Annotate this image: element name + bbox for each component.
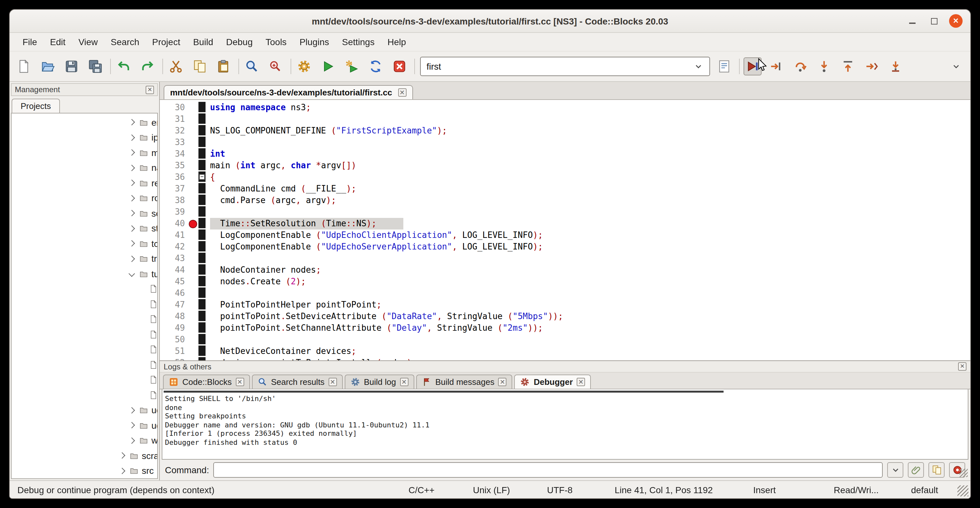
menu-help[interactable]: Help xyxy=(381,34,413,49)
fold-margin[interactable] xyxy=(199,218,205,229)
tree-item-sock[interactable]: sock xyxy=(11,205,157,221)
breakpoint-margin[interactable] xyxy=(188,311,199,322)
logs-tab-code-blocks[interactable]: Code::Blocks✕ xyxy=(163,374,250,389)
abort-button[interactable] xyxy=(390,57,409,75)
breakpoint-margin[interactable] xyxy=(188,299,199,311)
fold-margin[interactable] xyxy=(199,206,205,218)
menu-project[interactable]: Project xyxy=(146,34,186,49)
tree-item-erro[interactable]: erro xyxy=(11,115,157,130)
tree-item-rout[interactable]: rout xyxy=(11,191,157,205)
breakpoint-margin[interactable] xyxy=(188,264,199,276)
fold-margin[interactable] xyxy=(199,148,205,160)
chevron-right-icon[interactable] xyxy=(129,240,135,247)
fold-margin[interactable] xyxy=(199,334,205,346)
replace-button[interactable] xyxy=(267,57,285,75)
tree-item-se[interactable]: se xyxy=(11,357,157,372)
breakpoint-margin[interactable] xyxy=(188,195,199,206)
chevron-right-icon[interactable] xyxy=(129,256,135,262)
code-line-32[interactable]: 32NS_LOG_COMPONENT_DEFINE ("FirstScriptE… xyxy=(160,125,970,137)
code-line-39[interactable]: 39 xyxy=(160,206,970,218)
close-icon[interactable]: ✕ xyxy=(498,378,507,386)
logs-tab-debugger[interactable]: Debugger✕ xyxy=(514,374,591,389)
code-line-51[interactable]: 51 NetDeviceContainer devices; xyxy=(160,346,970,357)
breakpoint-margin[interactable] xyxy=(188,113,199,125)
command-history-button[interactable] xyxy=(887,462,903,478)
breakpoint-margin[interactable] xyxy=(188,253,199,264)
run-to-cursor-button[interactable] xyxy=(767,57,786,75)
logs-close-button[interactable]: ✕ xyxy=(958,362,966,371)
fold-margin[interactable] xyxy=(199,102,205,113)
tree-item-udp[interactable]: udp xyxy=(11,403,157,418)
code-line-52[interactable]: 52 devices = pointToPoint.Install (nodes… xyxy=(160,357,970,360)
menu-settings[interactable]: Settings xyxy=(336,34,381,49)
breakpoint-margin[interactable] xyxy=(188,322,199,334)
tree-item-wire[interactable]: wire xyxy=(11,433,157,448)
logs-tab-build-log[interactable]: Build log✕ xyxy=(344,374,414,389)
menu-build[interactable]: Build xyxy=(186,34,220,49)
tree-item-src[interactable]: src xyxy=(11,463,157,478)
chevron-right-icon[interactable] xyxy=(129,225,135,232)
tree-item-real[interactable]: real xyxy=(11,175,157,191)
code-line-41[interactable]: 41 LogComponentEnable ("UdpEchoClientApp… xyxy=(160,229,970,241)
menu-edit[interactable]: Edit xyxy=(43,34,72,49)
breakpoint-margin[interactable] xyxy=(188,206,199,218)
debugger-log[interactable]: Setting SHELL to '/bin/sh'doneSetting br… xyxy=(162,389,969,460)
breakpoint-margin[interactable] xyxy=(188,288,199,299)
tree-item-he[interactable]: he xyxy=(11,327,157,342)
breakpoint-margin[interactable] xyxy=(188,137,199,148)
logs-resize-grip[interactable] xyxy=(959,469,968,477)
fold-margin[interactable] xyxy=(199,276,205,288)
code-line-43[interactable]: 43 xyxy=(160,253,970,264)
cut-button[interactable] xyxy=(167,57,185,75)
next-instruction-button[interactable] xyxy=(863,57,881,75)
breakpoint-margin[interactable] xyxy=(188,183,199,195)
breakpoint-margin[interactable] xyxy=(188,276,199,288)
tree-item-scratch[interactable]: scratch xyxy=(11,448,157,463)
save-button[interactable] xyxy=(62,57,81,75)
code-line-45[interactable]: 45 nodes.Create (2); xyxy=(160,276,970,288)
chevron-right-icon[interactable] xyxy=(119,452,125,459)
titlebar[interactable]: mnt/dev/tools/source/ns-3-dev/examples/t… xyxy=(10,10,970,33)
breakpoint-icon[interactable] xyxy=(189,220,197,228)
breakpoint-margin[interactable] xyxy=(188,218,199,229)
fold-margin[interactable] xyxy=(199,253,205,264)
search-combo[interactable]: first xyxy=(420,57,710,76)
build-run-button[interactable] xyxy=(343,57,361,75)
paste-button[interactable] xyxy=(215,57,232,75)
tree-item-fif[interactable]: fif xyxy=(11,282,157,296)
fold-margin[interactable] xyxy=(199,113,205,125)
breakpoint-margin[interactable] xyxy=(188,357,199,360)
close-icon[interactable]: ✕ xyxy=(328,378,337,386)
redo-button[interactable] xyxy=(138,57,157,75)
fold-margin[interactable] xyxy=(199,264,205,276)
chevron-down-icon[interactable] xyxy=(129,271,135,277)
logs-tab-search-results[interactable]: Search results✕ xyxy=(251,374,342,389)
editor-tab-first-cc[interactable]: mnt/dev/tools/source/ns-3-dev/examples/t… xyxy=(164,85,413,99)
step-into-instruction-button[interactable] xyxy=(886,57,905,75)
tree-item-tuto[interactable]: tuto xyxy=(11,266,157,282)
undo-button[interactable] xyxy=(115,57,133,75)
fold-margin[interactable] xyxy=(199,183,205,195)
fold-margin[interactable] xyxy=(199,195,205,206)
tree-item-nam[interactable]: nam xyxy=(11,160,157,175)
tree-item-ipv6[interactable]: ipv6 xyxy=(11,130,157,145)
code-line-37[interactable]: 37 CommandLine cmd (__FILE__); xyxy=(160,183,970,195)
project-tree[interactable]: erroipv6matnamrealroutsockstattcptrafltu… xyxy=(11,113,158,479)
breakpoint-margin[interactable] xyxy=(188,172,199,183)
breakpoint-margin[interactable] xyxy=(188,346,199,357)
tree-item-th[interactable]: th xyxy=(11,387,157,403)
tree-item-fo[interactable]: fo xyxy=(11,312,157,327)
next-line-button[interactable] xyxy=(791,57,809,75)
code-line-36[interactable]: 36−{ xyxy=(160,172,970,183)
tree-item-udp-[interactable]: udp- xyxy=(11,418,157,433)
rebuild-button[interactable] xyxy=(367,57,385,75)
chevron-right-icon[interactable] xyxy=(129,210,135,217)
fold-margin[interactable] xyxy=(199,160,205,172)
menu-view[interactable]: View xyxy=(72,34,104,49)
code-line-38[interactable]: 38 cmd.Parse (argc, argv); xyxy=(160,195,970,206)
menu-search[interactable]: Search xyxy=(104,34,146,49)
code-line-48[interactable]: 48 pointToPoint.SetDeviceAttribute ("Dat… xyxy=(160,311,970,322)
management-close-button[interactable]: ✕ xyxy=(146,85,154,94)
save-all-button[interactable] xyxy=(86,57,104,75)
chevron-right-icon[interactable] xyxy=(129,119,135,126)
